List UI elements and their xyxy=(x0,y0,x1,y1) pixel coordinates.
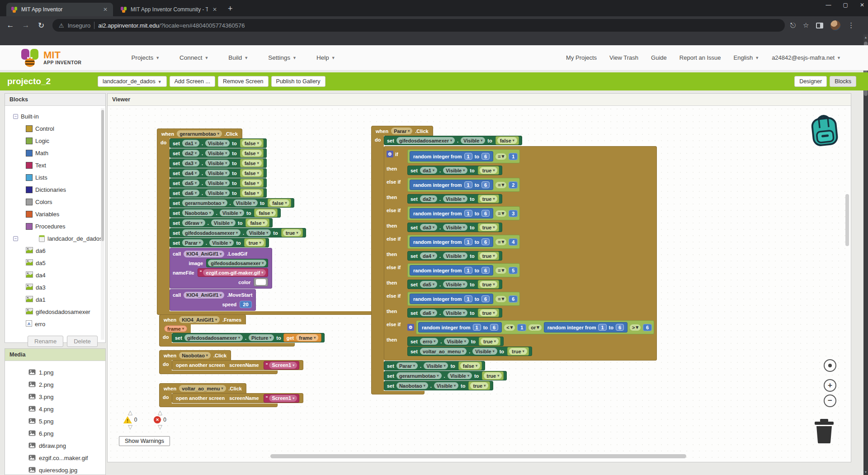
component-dropdown[interactable]: da4▾ xyxy=(420,252,437,259)
number-chip[interactable]: 1 xyxy=(598,324,606,331)
logic-value-block[interactable]: false▾ xyxy=(240,139,264,147)
window-minimize-button[interactable]: — xyxy=(826,2,831,8)
number-chip[interactable]: 6 xyxy=(481,210,490,217)
component-dropdown[interactable]: KIO4_AniGif1▾ xyxy=(179,316,220,323)
property-dropdown[interactable]: Picture▾ xyxy=(249,334,274,341)
media-item[interactable]: d6raw.png xyxy=(5,440,105,452)
media-item[interactable]: 2.png xyxy=(5,379,105,391)
logic-dropdown[interactable]: true▾ xyxy=(481,338,499,345)
account-menu[interactable]: a24842@esjs-mafra.net▼ xyxy=(772,54,841,61)
condition-block[interactable]: random integer from1to6=▾6 xyxy=(407,292,520,306)
compound-condition-block[interactable]: random integer from1to6<▾1or▾random inte… xyxy=(416,320,654,334)
set-voltar_ao_menu-Visible-block[interactable]: setvoltar_ao_menu▾.Visible▾totrue▾ xyxy=(407,347,532,356)
palette-scrollbar[interactable] xyxy=(101,108,104,340)
operator-dropdown[interactable]: =▾ xyxy=(495,153,506,160)
property-dropdown[interactable]: Visible▾ xyxy=(205,190,230,196)
logic-value-block[interactable]: true▾ xyxy=(478,309,500,317)
event-header[interactable]: whengerarnumbotao▾.Click xyxy=(157,128,242,138)
set-da5-Visible-block[interactable]: setda5▾.Visible▾tofalse▾ xyxy=(170,178,267,188)
number-chip[interactable]: 6 xyxy=(481,295,490,302)
property-dropdown[interactable]: Visible▾ xyxy=(443,281,467,288)
logic-dropdown[interactable]: false▾ xyxy=(242,180,262,186)
random-integer-block[interactable]: random integer from1to6 xyxy=(544,322,627,332)
canvas-horizontal-scrollbar[interactable] xyxy=(270,454,686,458)
media-item[interactable]: 5.png xyxy=(5,415,105,428)
number-chip[interactable]: 6 xyxy=(481,153,490,160)
logic-value-block[interactable]: false▾ xyxy=(240,189,264,197)
set-da6-Visible-block[interactable]: setda6▾.Visible▾tofalse▾ xyxy=(170,188,267,198)
component-dropdown[interactable]: gerarnumbotao▾ xyxy=(396,372,442,379)
text-chip[interactable]: Screen1▾ xyxy=(269,362,297,369)
logic-value-block[interactable]: false▾ xyxy=(495,136,519,145)
media-item[interactable]: 4.png xyxy=(5,403,105,415)
set-gifedosdadosamexer-Visible-block[interactable]: setgifedosdadosamexer▾.Visible▾totrue▾ xyxy=(170,228,306,238)
condition-block[interactable]: random integer from1to6=▾2 xyxy=(407,178,520,192)
component-dropdown[interactable]: gerarnumbotao▾ xyxy=(177,130,222,137)
logic-dropdown[interactable]: false▾ xyxy=(242,170,262,176)
set-Naobotao-Visible-block[interactable]: setNaobotao▾.Visible▾tofalse▾ xyxy=(170,208,281,218)
number-chip[interactable]: 1 xyxy=(473,324,481,331)
random-integer-block[interactable]: random integer from1to6 xyxy=(410,208,493,218)
set-Naobotao-Visible-block[interactable]: setNaobotao▾.Visible▾totrue▾ xyxy=(384,381,493,390)
screen-selector-button[interactable]: landcador_de_dados▼ xyxy=(98,76,167,87)
set-da1-Visible-block[interactable]: setda1▾.Visible▾tofalse▾ xyxy=(170,138,267,148)
logic-value-block[interactable]: true▾ xyxy=(507,347,529,356)
operator-dropdown[interactable]: =▾ xyxy=(495,239,506,245)
if-else-block[interactable]: ⚙ifrandom integer from1to6=▾1thensetda1▾… xyxy=(384,146,657,361)
component-value-block[interactable]: gifedosdadosamexer▾ xyxy=(206,259,268,267)
logic-value-block[interactable]: true▾ xyxy=(244,238,266,247)
set-da3-Visible-block[interactable]: setda3▾.Visible▾totrue▾ xyxy=(407,223,502,232)
event-header[interactable]: whenNaobotao▾.Click xyxy=(159,350,231,360)
number-value-block[interactable]: 3 xyxy=(509,210,518,217)
window-close-button[interactable]: ✕ xyxy=(860,2,864,8)
palette-item-text[interactable]: Text xyxy=(5,159,105,171)
text-chip[interactable]: ezgif.com-gif-maker.gif▾ xyxy=(203,269,266,276)
palette-item-colors[interactable]: Colors xyxy=(5,196,105,208)
browser-scrollbar[interactable]: ▲ ▼ xyxy=(863,34,868,475)
number-value-block[interactable]: 5 xyxy=(509,267,518,274)
set-gerarnumbotao-Visible-block[interactable]: setgerarnumbotao▾.Visible▾tofalse▾ xyxy=(170,198,294,208)
palette-item-da6[interactable]: da6 xyxy=(5,245,105,257)
menu-build[interactable]: Build▼ xyxy=(228,54,248,61)
text-value-block[interactable]: "ezgif.com-gif-maker.gif▾ xyxy=(198,268,269,277)
logic-value-block[interactable]: false▾ xyxy=(254,209,278,217)
random-integer-block[interactable]: random integer from1to6 xyxy=(410,237,493,247)
number-chip[interactable]: 6 xyxy=(481,181,490,188)
logic-dropdown[interactable]: true▾ xyxy=(480,167,498,174)
backpack-icon[interactable] xyxy=(806,110,844,152)
logic-dropdown[interactable]: true▾ xyxy=(509,348,527,355)
palette-item-dictionaries[interactable]: Dictionaries xyxy=(5,184,105,196)
set-da5-Visible-block[interactable]: setda5▾.Visible▾totrue▾ xyxy=(407,280,502,289)
set-da3-Visible-block[interactable]: setda3▾.Visible▾tofalse▾ xyxy=(170,158,267,168)
reload-button[interactable]: ↻ xyxy=(33,21,49,30)
property-dropdown[interactable]: Visible▾ xyxy=(246,229,271,236)
component-dropdown[interactable]: Parar▾ xyxy=(396,362,418,369)
property-dropdown[interactable]: Visible▾ xyxy=(220,209,244,216)
forward-button[interactable]: → xyxy=(18,21,33,30)
logic-value-block[interactable]: false▾ xyxy=(268,199,291,207)
number-value-block[interactable]: 1 xyxy=(509,153,518,160)
property-dropdown[interactable]: Visible▾ xyxy=(211,219,236,226)
logic-dropdown[interactable]: true▾ xyxy=(480,195,498,202)
logic-dropdown[interactable]: false▾ xyxy=(460,362,480,369)
property-dropdown[interactable]: Visible▾ xyxy=(205,160,230,166)
component-dropdown[interactable]: da1▾ xyxy=(420,167,437,174)
scroll-up-icon[interactable]: ▲ xyxy=(863,36,868,39)
component-dropdown[interactable]: d6raw▾ xyxy=(182,219,205,226)
number-value-block[interactable]: 2 xyxy=(509,181,518,189)
logic-value-block[interactable]: true▾ xyxy=(478,195,500,203)
component-dropdown[interactable]: gifedosdadosamexer▾ xyxy=(396,137,455,144)
component-dropdown[interactable]: da4▾ xyxy=(182,170,199,176)
property-dropdown[interactable]: Visible▾ xyxy=(461,137,485,144)
logic-value-block[interactable]: true▾ xyxy=(478,166,500,175)
property-dropdown[interactable]: Visible▾ xyxy=(443,252,467,259)
palette-item-logic[interactable]: Logic xyxy=(5,135,105,147)
component-dropdown[interactable]: Parar▾ xyxy=(391,128,412,134)
number-chip[interactable]: 1 xyxy=(464,267,472,274)
property-dropdown[interactable]: Visible▾ xyxy=(205,170,230,176)
menu-settings[interactable]: Settings▼ xyxy=(268,54,297,61)
property-dropdown[interactable]: Visible▾ xyxy=(443,224,467,231)
browser-tab-app-inventor[interactable]: MIT App Inventor ✕ xyxy=(6,3,113,16)
logic-dropdown[interactable]: false▾ xyxy=(242,150,262,157)
set-gerarnumbotao-Visible-block[interactable]: setgerarnumbotao▾.Visible▾totrue▾ xyxy=(384,371,507,380)
